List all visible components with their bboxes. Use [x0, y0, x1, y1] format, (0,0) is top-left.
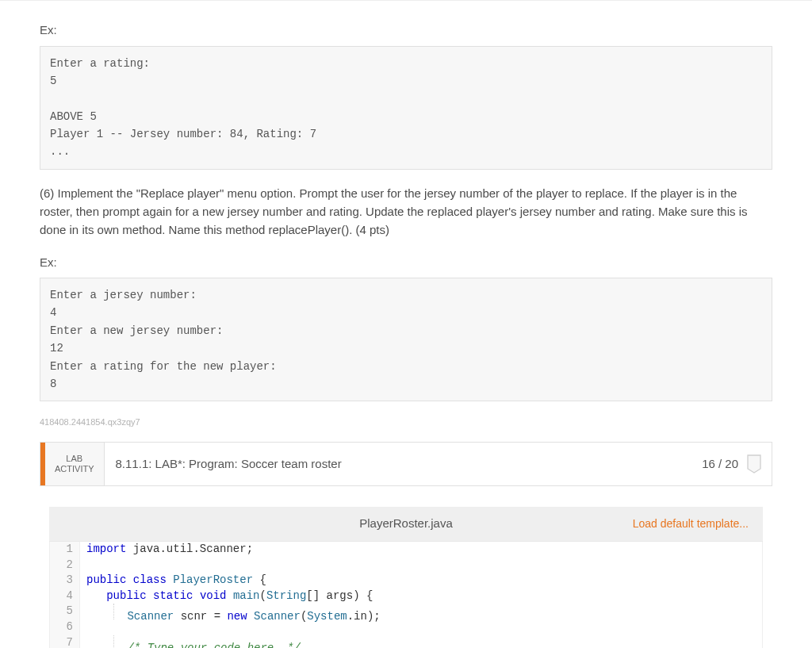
score-wrap: 16 / 20: [702, 443, 772, 485]
activity-bar: LAB ACTIVITY 8.11.1: LAB*: Program: Socc…: [40, 442, 772, 486]
activity-label: LAB ACTIVITY: [45, 443, 105, 485]
activity-title: 8.11.1: LAB*: Program: Soccer team roste…: [105, 443, 703, 485]
editor-header: PlayerRoster.java Load default template.…: [49, 507, 763, 542]
bookmark-icon: [746, 454, 762, 474]
question-hash: 418408.2441854.qx3zqy7: [40, 416, 772, 429]
code-line-7: 7 /* Type your code here. */: [50, 635, 762, 649]
code-editor: PlayerRoster.java Load default template.…: [49, 507, 763, 648]
activity-label-line2: ACTIVITY: [55, 464, 94, 474]
code-example-1: Enter a rating: 5 ABOVE 5 Player 1 -- Je…: [40, 46, 772, 170]
code-line-5: 5 Scanner scnr = new Scanner(System.in);: [50, 604, 762, 619]
instruction-paragraph-6: (6) Implement the "Replace player" menu …: [40, 184, 772, 240]
activity-label-line1: LAB: [66, 454, 82, 464]
score-text: 16 / 20: [702, 455, 738, 474]
code-line-3: 3 public class PlayerRoster {: [50, 573, 762, 589]
code-example-2: Enter a jersey number: 4 Enter a new jer…: [40, 278, 772, 401]
code-line-4: 4 public static void main(String[] args)…: [50, 589, 762, 604]
editor-body[interactable]: 1 import java.util.Scanner; 2 3 public c…: [49, 542, 763, 648]
code-line-2: 2: [50, 558, 762, 573]
load-default-template-link[interactable]: Load default template...: [633, 516, 749, 532]
example-label-1: Ex:: [40, 21, 772, 40]
example-label-2: Ex:: [40, 254, 772, 272]
code-line-1: 1 import java.util.Scanner;: [50, 542, 762, 558]
content: Ex: Enter a rating: 5 ABOVE 5 Player 1 -…: [0, 1, 812, 648]
